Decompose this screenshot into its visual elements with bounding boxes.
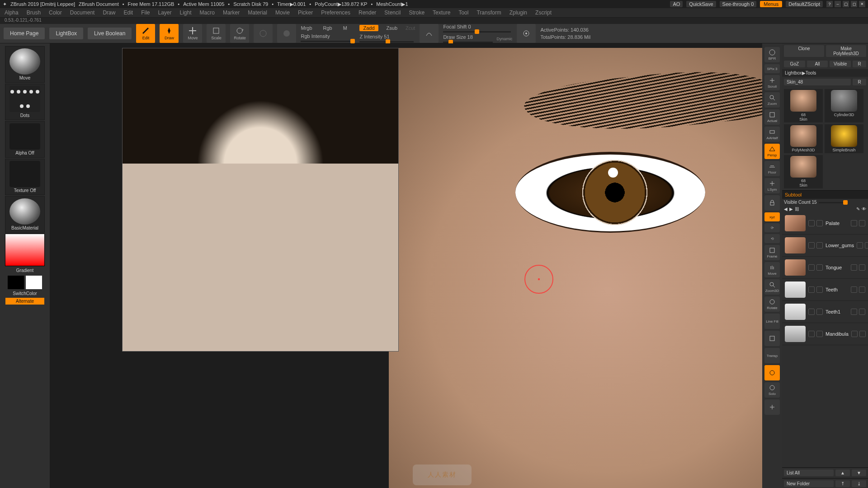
brush-slot[interactable]: Move [5,46,45,83]
mrgb-toggle[interactable]: Mrgb [301,25,312,31]
minimise-icon[interactable]: – [835,1,841,7]
draw-size-slider[interactable] [443,42,493,43]
tool-polymesh3d[interactable]: PolyMesh3D [784,124,823,153]
transp-button[interactable]: Transp [764,348,780,363]
paint-toggle-icon[interactable] [851,220,857,226]
eye-toggle-icon[interactable] [859,331,866,337]
solo-button[interactable]: Solo [764,382,780,398]
visible-count[interactable]: Visible Count 15 [784,200,817,205]
link-icon[interactable]: ⛓ [795,206,799,211]
persp-button[interactable]: Persp [764,144,780,159]
skin-slider[interactable]: Skin_48 [784,79,851,85]
stroke-slot[interactable]: Dots [5,84,45,120]
arrow-left-icon[interactable]: ◀ [784,206,788,211]
goz-r-button[interactable]: R [853,61,866,67]
subtool-teeth1[interactable]: Teeth1 [782,301,868,323]
fill-toggle-icon[interactable] [808,286,815,293]
color-swatches[interactable] [8,276,42,289]
move-up-icon[interactable]: ⤒ [835,480,850,487]
m-toggle[interactable]: M [343,25,347,31]
linefill-button[interactable]: Line Fill [764,314,780,329]
scale-mode-button[interactable]: Scale [207,24,226,43]
zoom3d-button[interactable]: Zoom3D [764,279,780,295]
subtool-lower_gums[interactable]: Lower_gums [782,235,868,257]
focal-shift-slider[interactable] [443,31,511,33]
fill-toggle-icon[interactable] [808,220,815,226]
help-icon[interactable]: ? [826,1,833,7]
quicksave-button[interactable]: QuickSave [686,1,716,7]
aahalf-button[interactable]: AAHalf [764,127,780,142]
arrow-down-icon[interactable]: ▼ [852,469,866,476]
eye-toggle-icon[interactable] [865,242,868,249]
goz-button[interactable]: GoZ [784,61,805,67]
menu-brush[interactable]: Brush [27,9,41,16]
paint-icon[interactable]: ✎ [856,206,860,211]
gizmo-button[interactable] [254,24,273,43]
dynamic-toggle[interactable]: Dynamic [496,37,512,41]
hollow-toggle-icon[interactable] [816,220,823,226]
zcut-toggle[interactable]: Zcut [406,25,415,31]
menu-stroke[interactable]: Stroke [409,9,425,16]
menu-render[interactable]: Render [359,9,376,16]
eye-toggle-icon[interactable] [859,309,865,315]
alternate-button[interactable]: Alternate [5,298,44,305]
paint-toggle-icon[interactable] [857,242,863,249]
move-down-icon[interactable]: ⤓ [852,480,866,487]
menu-picker[interactable]: Picker [298,9,313,16]
fill-toggle-icon[interactable] [808,264,815,271]
fill-toggle-icon[interactable] [808,331,815,337]
eye-toggle-icon[interactable] [859,220,865,226]
close-icon[interactable]: ✕ [859,1,865,7]
maximise-icon[interactable]: ◻ [851,1,857,7]
hollow-toggle-icon[interactable] [816,242,823,249]
rotate-mode-button[interactable]: Rotate [230,24,249,43]
lightbox-button[interactable]: LightBox [49,28,83,39]
menu-light[interactable]: Light [180,9,192,16]
eye-toggle-icon[interactable] [859,286,865,293]
draw-mode-button[interactable]: Draw [160,24,179,43]
switch-color-button[interactable]: SwitchColor [5,290,44,297]
eye-toggle-icon[interactable] [859,264,865,271]
spix-button[interactable]: SPix 3 [764,64,780,73]
document-canvas[interactable]: 人人素材 [50,43,762,488]
menu-file[interactable]: File [141,9,150,16]
alpha-slot[interactable]: Alpha Off [5,121,45,158]
zadd-toggle[interactable]: Zadd [359,25,378,31]
menu-zplugin[interactable]: Zplugin [509,9,527,16]
paint-toggle-icon[interactable] [851,331,858,337]
menu-macro[interactable]: Macro [200,9,215,16]
reference-image[interactable] [122,48,399,352]
menu-alpha[interactable]: Alpha [5,9,19,16]
seethrough-slider[interactable]: See-through 0 [720,1,757,7]
texture-slot[interactable]: Texture Off [5,159,45,195]
menu-movie[interactable]: Movie [275,9,290,16]
zoom-button[interactable]: Zoom [764,92,780,108]
lock-button[interactable] [764,195,780,211]
menu-edit[interactable]: Edit [123,9,133,16]
gradient-label[interactable]: Gradient [16,268,33,273]
live-boolean-button[interactable]: Live Boolean [88,28,132,39]
menu-marker[interactable]: Marker [223,9,240,16]
default-zscript[interactable]: DefaultZScript [786,1,823,7]
local-button[interactable]: LSym [764,178,780,193]
y-button[interactable]: ⟳ [764,223,780,232]
subtool-mandibula[interactable]: Mandibula [782,323,868,345]
skin-r-button[interactable]: R [853,79,866,85]
menu-color[interactable]: Color [49,9,62,16]
move-mode-button[interactable]: Move [183,24,202,43]
edit-mode-button[interactable]: Edit [136,24,155,43]
subtool-teeth[interactable]: Teeth [782,279,868,301]
ao-toggle[interactable]: AO [670,1,683,7]
rgb-toggle[interactable]: Rgb [323,25,332,31]
home-page-button[interactable]: Home Page [4,28,45,39]
actual-button[interactable]: Actual [764,109,780,125]
new-folder-button[interactable]: New Folder [784,480,834,487]
menu-draw[interactable]: Draw [103,9,115,16]
move3d-button[interactable]: Move [764,262,780,277]
tool-simplebrush[interactable]: SimpleBrush [825,124,863,153]
arrow-right-icon[interactable]: ▶ [789,206,793,211]
paint-toggle-icon[interactable] [851,309,857,315]
menu-zscript[interactable]: Zscript [535,9,552,16]
clone-button[interactable]: Clone [784,45,824,57]
z-intensity-slider[interactable] [359,41,414,42]
